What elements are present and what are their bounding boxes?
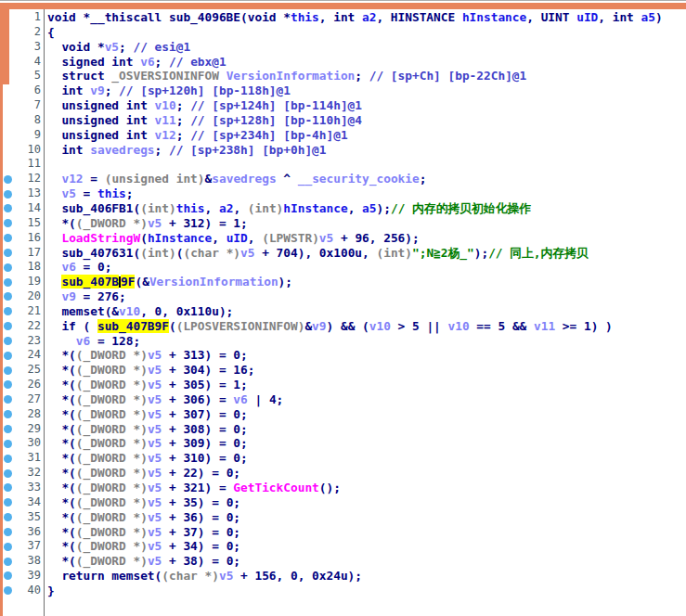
code-text: *((_DWORD *)v5 + 306) = v6 | 4; (47, 392, 283, 407)
line-number: 14 (0, 201, 41, 216)
code-line[interactable]: 15 *((_DWORD *)v5 + 312) = 1; (0, 216, 686, 231)
code-text: signed int v6; // ebx@1 (47, 55, 227, 70)
code-line[interactable]: 23 v6 = 128; (0, 334, 686, 349)
code-token: hInstance (462, 10, 526, 24)
code-line[interactable]: 11 (0, 157, 686, 172)
code-token: ; (105, 83, 119, 97)
code-line[interactable]: 7 unsigned int v10; // [sp+124h] [bp-114… (0, 98, 686, 113)
code-line[interactable]: 36 *((_DWORD *)v5 + 37) = 0; (0, 525, 686, 540)
code-line[interactable]: 21 memset(&v10, 0, 0x110u); (0, 304, 686, 319)
code-line[interactable]: 22 if ( sub_407B9F((LPOSVERSIONINFOW)&v9… (0, 319, 686, 334)
line-number: 1 (0, 10, 41, 25)
code-token: *( (47, 525, 76, 539)
code-line[interactable]: 38 *((_DWORD *)v5 + 38) = 0; (0, 554, 686, 569)
code-line[interactable]: 13 v5 = this; (0, 186, 686, 201)
code-text: return memset((char *)v5 + 156, 0, 0x24u… (47, 569, 362, 584)
line-number: 4 (0, 55, 41, 70)
code-line[interactable]: 6 int v9; // [sp+120h] [bp-118h]@1 (0, 83, 686, 98)
code-token: v5 (148, 481, 162, 494)
code-token: v6 (76, 334, 90, 348)
code-token: = (84, 172, 105, 186)
code-text: *((_DWORD *)v5 + 307) = 0; (47, 407, 248, 422)
window-frame-top-border (0, 3, 686, 9)
code-text: *((_DWORD *)v5 + 312) = 1; (47, 216, 248, 231)
code-token: (int) (140, 246, 176, 260)
code-line[interactable]: 10 int savedregs; // [sp+238h] [bp+0h]@1 (0, 143, 686, 158)
code-line[interactable]: 2{ (0, 25, 686, 40)
code-text: *((_DWORD *)v5 + 310) = 0; (47, 451, 248, 466)
line-number: 3 (0, 40, 41, 55)
code-token: } (47, 584, 55, 597)
code-line[interactable]: 33 *((_DWORD *)v5 + 321) = GetTickCount(… (0, 481, 686, 495)
code-line[interactable]: 27 *((_DWORD *)v5 + 306) = v6 | 4; (0, 392, 686, 407)
code-line[interactable]: 12 v12 = (unsigned int)&savedregs ^ __se… (0, 172, 686, 186)
code-text: v5 = this; (47, 186, 134, 201)
code-token: v5 (148, 539, 162, 553)
code-token: (_DWORD *) (76, 539, 148, 553)
code-text: *((_DWORD *)v5 + 308) = 0; (47, 422, 248, 437)
code-line[interactable]: 5 struct _OSVERSIONINFOW VersionInformat… (0, 69, 686, 83)
code-line[interactable]: 31 *((_DWORD *)v5 + 310) = 0; (0, 451, 686, 466)
line-number: 11 (0, 157, 41, 172)
line-number: 36 (0, 525, 41, 540)
line-number: 25 (0, 363, 41, 378)
code-token: struct (47, 69, 111, 83)
code-token: + 96, 256); (333, 231, 419, 245)
code-line[interactable]: 8 unsigned int v11; // [sp+128h] [bp-110… (0, 113, 686, 128)
code-line[interactable]: 26 *((_DWORD *)v5 + 305) = 1; (0, 378, 686, 392)
code-line[interactable]: 24 *((_DWORD *)v5 + 313) = 0; (0, 348, 686, 363)
code-token: v9 (61, 289, 75, 303)
code-line[interactable]: 4 signed int v6; // ebx@1 (0, 55, 686, 70)
code-token: ; (176, 113, 190, 127)
line-number: 6 (0, 83, 41, 98)
code-line[interactable]: 20 v9 = 276; (0, 289, 686, 304)
code-line[interactable]: 19 sub_407B9F(&VersionInformation); (0, 275, 686, 289)
code-token: (_DWORD *) (76, 495, 148, 509)
code-token: v5 (148, 436, 162, 450)
code-line[interactable]: 17 sub_407631((int)((char *)v5 + 704), 0… (0, 246, 686, 261)
code-line[interactable]: 1void *__thiscall sub_4096BE(void *this,… (0, 10, 686, 25)
code-token: *( (47, 436, 76, 450)
code-line[interactable]: 25 *((_DWORD *)v5 + 304) = 16; (0, 363, 686, 378)
code-token: *( (47, 510, 76, 524)
code-token: { (47, 25, 55, 39)
code-token (219, 69, 227, 83)
code-line[interactable]: 35 *((_DWORD *)v5 + 36) = 0; (0, 510, 686, 525)
code-line[interactable]: 40} (0, 584, 686, 598)
code-line[interactable]: 39 return memset((char *)v5 + 156, 0, 0x… (0, 569, 686, 584)
code-line[interactable]: 30 *((_DWORD *)v5 + 309) = 0; (0, 436, 686, 451)
code-text: unsigned int v11; // [sp+128h] [bp-110h]… (47, 113, 362, 128)
code-token: (LPOSVERSIONINFOW) (176, 319, 305, 333)
code-text: *((_DWORD *)v5 + 321) = GetTickCount(); (47, 481, 341, 495)
code-line[interactable]: 3 void *v5; // esi@1 (0, 40, 686, 55)
code-token: *( (47, 407, 76, 421)
code-line[interactable]: 18 v6 = 0; (0, 260, 686, 275)
code-token: v5 (148, 348, 162, 362)
code-token: v10 (448, 319, 470, 333)
code-line[interactable]: 28 *((_DWORD *)v5 + 307) = 0; (0, 407, 686, 422)
code-line[interactable]: 29 *((_DWORD *)v5 + 308) = 0; (0, 422, 686, 437)
code-line[interactable]: 9 unsigned int v12; // [sp+234h] [bp-4h]… (0, 128, 686, 143)
line-number: 32 (0, 466, 41, 481)
code-token: ; (155, 143, 169, 157)
code-line[interactable]: 16 LoadStringW(hInstance, uID, (LPWSTR)v… (0, 231, 686, 246)
code-line[interactable]: 32 *((_DWORD *)v5 + 22) = 0; (0, 466, 686, 481)
code-line[interactable]: 37 *((_DWORD *)v5 + 34) = 0; (0, 539, 686, 554)
code-text: int v9; // [sp+120h] [bp-118h]@1 (47, 83, 291, 98)
code-token: , (205, 201, 219, 215)
code-line[interactable]: 34 *((_DWORD *)v5 + 35) = 0; (0, 495, 686, 510)
code-pane[interactable]: 1void *__thiscall sub_4096BE(void *this,… (0, 10, 686, 598)
code-text: memset(&v10, 0, 0x110u); (47, 304, 233, 319)
line-number: 34 (0, 495, 41, 510)
code-line[interactable]: 14 sub_406FB1((int)this, a2, (int)hInsta… (0, 201, 686, 216)
code-text: v9 = 276; (47, 289, 126, 304)
code-token: (_DWORD *) (76, 348, 148, 362)
code-token: >= 1) ) (555, 319, 613, 333)
line-number: 30 (0, 436, 41, 451)
code-token: *( (47, 348, 76, 362)
code-token: + 38) = 0; (162, 554, 240, 568)
code-token: (_DWORD *) (76, 363, 148, 377)
code-token: (_DWORD *) (76, 510, 148, 524)
code-token: // [sp+238h] [bp+0h]@1 (169, 143, 327, 157)
line-number: 40 (0, 584, 41, 598)
